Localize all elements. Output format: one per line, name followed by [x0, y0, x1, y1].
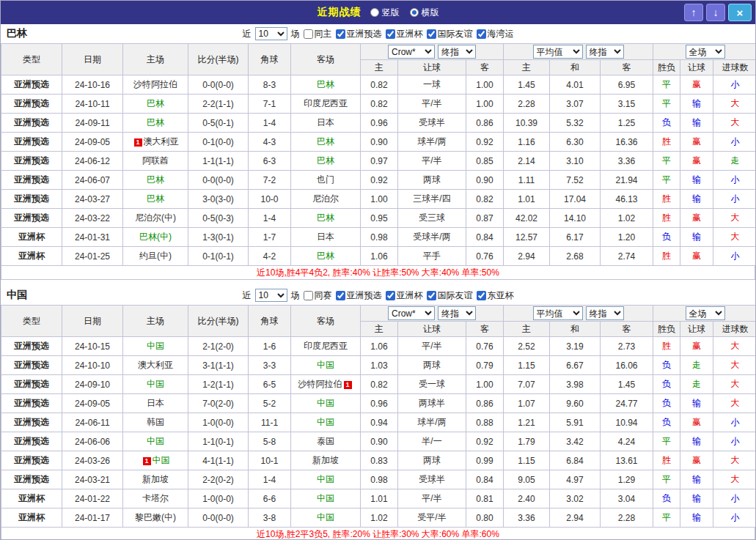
filter-league-checkbox[interactable]: [427, 291, 436, 300]
header-select[interactable]: 终指: [438, 45, 476, 59]
result-goals: 小: [713, 133, 756, 152]
header-select[interactable]: 全场: [686, 45, 725, 59]
corner-score: 8-3: [249, 75, 291, 95]
filter-league-checkbox[interactable]: [336, 291, 345, 300]
filter-same-label: 同赛: [315, 289, 332, 302]
result-goals: 小: [713, 413, 756, 432]
result-goals: 小: [713, 171, 756, 190]
match-count-select[interactable]: 10: [255, 289, 287, 302]
match-date: 24-01-17: [62, 508, 123, 528]
filter-league-checkbox[interactable]: [336, 29, 345, 39]
filter-league[interactable]: 亚洲杯: [386, 289, 423, 302]
corner-score: 5-8: [249, 432, 291, 451]
filter-same[interactable]: 同赛: [304, 289, 332, 302]
header-select[interactable]: 终指: [438, 306, 476, 320]
result-handicap: 输: [680, 228, 713, 247]
team-name: 巴林: [7, 27, 27, 40]
avg-away: 1.20: [601, 228, 653, 247]
column-subheader: 让球: [398, 60, 466, 75]
column-subheader: 客: [466, 322, 504, 337]
record-summary: 近10场,胜2平3负5, 胜率:20% 让胜率:30% 大率:60% 单率:60…: [1, 528, 755, 540]
avg-draw: 17.04: [550, 190, 601, 209]
section-header: 巴林近10场同主亚洲预选亚洲杯国际友谊海湾运: [1, 24, 755, 43]
filter-league-checkbox[interactable]: [477, 291, 486, 300]
filter-league-checkbox[interactable]: [386, 291, 395, 300]
filter-league[interactable]: 国际友谊: [427, 28, 473, 40]
filter-league[interactable]: 亚洲预选: [336, 28, 382, 40]
home-team: 尼泊尔(中): [123, 209, 188, 228]
odds-away: 0.92: [466, 432, 504, 451]
away-team: 巴林: [291, 247, 361, 266]
corner-score: 6-3: [249, 152, 291, 171]
match-score: 2-2(0-2): [188, 470, 249, 489]
filter-league-checkbox[interactable]: [427, 29, 436, 39]
odds-home: 0.82: [361, 75, 398, 95]
odds-home: 0.97: [361, 152, 398, 171]
filter-league[interactable]: 亚洲杯: [386, 28, 423, 40]
header-select[interactable]: Crow*: [388, 306, 435, 320]
result-winlose: 平: [653, 470, 680, 489]
result-handicap: 赢: [680, 413, 713, 432]
avg-home: 7.07: [504, 375, 550, 394]
odds-home: 0.90: [361, 432, 398, 451]
result-winlose: 负: [653, 413, 680, 432]
match-date: 24-10-11: [62, 95, 123, 114]
result-goals: 大: [713, 337, 756, 356]
avg-home: 1.15: [504, 356, 550, 375]
result-handicap: 赢: [680, 133, 713, 152]
header-select[interactable]: 终指: [586, 306, 624, 320]
home-team: 巴林(中): [123, 228, 188, 247]
result-handicap: 赢: [680, 75, 713, 95]
handicap-line: 受平/半: [398, 508, 466, 528]
result-winlose: 平: [653, 75, 680, 95]
column-subheader: 和: [550, 60, 601, 75]
filter-league[interactable]: 国际友谊: [427, 289, 473, 302]
filter-league[interactable]: 海湾运: [477, 28, 514, 40]
scroll-down-button[interactable]: ↓: [706, 4, 725, 21]
filter-league-checkbox[interactable]: [386, 29, 395, 39]
filter-same-checkbox[interactable]: [304, 291, 313, 300]
header-select[interactable]: 平均值: [533, 306, 583, 320]
filter-league[interactable]: 亚洲预选: [336, 289, 382, 302]
match-row: 亚洲预选24-09-05日本7-0(2-0)5-2中国0.96两球半0.861.…: [1, 394, 756, 413]
odds-group-header: 全场: [653, 306, 756, 322]
filter-league[interactable]: 东亚杯: [477, 289, 514, 302]
radio-icon: [410, 8, 419, 17]
header-select[interactable]: 平均值: [533, 45, 583, 59]
home-team: 韩国: [123, 413, 188, 432]
filter-same-checkbox[interactable]: [304, 29, 313, 39]
close-button[interactable]: ×: [728, 4, 752, 21]
match-type-badge: 亚洲预选: [1, 75, 62, 95]
header-select[interactable]: 全场: [686, 306, 725, 320]
column-subheader: 进球数: [713, 322, 756, 337]
odds-home: 1.03: [361, 356, 398, 375]
view-radio-horizontal[interactable]: 横版: [410, 7, 439, 19]
avg-away: 2.73: [601, 337, 653, 356]
filter-league-checkbox[interactable]: [477, 29, 486, 39]
avg-home: 1.79: [504, 432, 550, 451]
odds-home: 0.96: [361, 394, 398, 413]
header-select[interactable]: 终指: [586, 45, 624, 59]
view-radio-vertical[interactable]: 竖版: [370, 7, 400, 19]
odds-away: 1.00: [466, 95, 504, 114]
filter-near-label: 近: [243, 28, 252, 40]
match-row: 亚洲预选24-10-15中国2-1(2-0)1-6印度尼西亚1.06平/半0.7…: [1, 337, 756, 356]
result-goals: 小: [713, 489, 756, 508]
odds-away: 0.84: [466, 228, 504, 247]
match-date: 24-06-07: [62, 171, 123, 190]
match-row: 亚洲预选24-09-10中国1-2(1-1)6-5沙特阿拉伯10.82受一球1.…: [1, 375, 756, 394]
match-score: 0-1(0-0): [188, 133, 249, 152]
avg-away: 1.25: [601, 114, 653, 133]
result-handicap: 赢: [680, 337, 713, 356]
match-type-badge: 亚洲预选: [1, 432, 62, 451]
scroll-up-button[interactable]: ↑: [684, 4, 703, 21]
handicap-line: 两球: [398, 451, 466, 470]
header-select[interactable]: Crow*: [388, 45, 435, 59]
odds-away: 0.88: [466, 413, 504, 432]
handicap-line: 平/半: [398, 95, 466, 114]
odds-away: 0.90: [466, 171, 504, 190]
filter-same[interactable]: 同主: [304, 28, 332, 40]
match-count-select[interactable]: 10: [255, 27, 287, 40]
result-winlose: 平: [653, 152, 680, 171]
avg-draw: 7.52: [550, 171, 601, 190]
